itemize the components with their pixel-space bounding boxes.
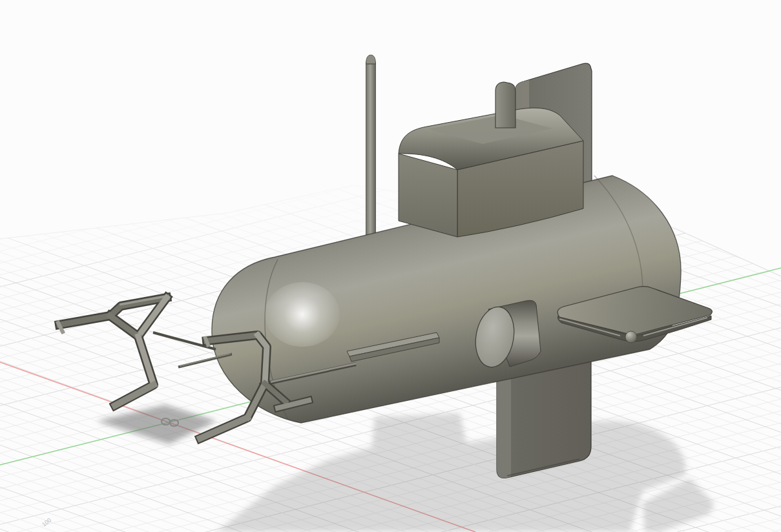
hull-specular-highlight: [265, 282, 340, 347]
stern-plane-corner-nub: [625, 331, 637, 343]
claw-end-cap: [205, 338, 208, 345]
periscope-mast[interactable]: [366, 55, 376, 235]
cad-viewport-canvas[interactable]: 100: [0, 0, 781, 532]
mast-shaft: [366, 62, 376, 235]
fin-leading-nub[interactable]: [495, 82, 515, 128]
